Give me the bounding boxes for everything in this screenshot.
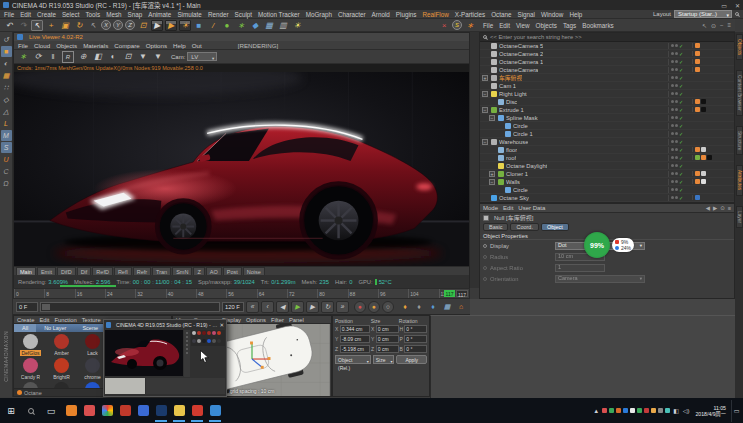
pass-tab[interactable]: Post <box>223 267 242 275</box>
volume-icon[interactable]: ◁) <box>683 407 690 414</box>
loop-button[interactable]: ↻ <box>321 301 334 313</box>
pass-tab[interactable]: DifD <box>57 267 76 275</box>
redo-button[interactable]: ↷ <box>17 20 29 31</box>
previous-key-button[interactable]: ‹ <box>261 301 274 313</box>
object-tag-icon[interactable] <box>695 155 700 160</box>
tree-item-octanecamera-5[interactable]: OctaneCamera 5 ✓ <box>480 42 734 50</box>
om-minimize-icon[interactable]: − <box>720 22 724 29</box>
menu-item[interactable]: Signal <box>517 11 535 18</box>
object-tags[interactable] <box>692 155 734 160</box>
expand-icon[interactable] <box>496 131 502 137</box>
restart-render-button[interactable]: ⟳ <box>32 51 44 63</box>
lv-menu-item[interactable]: File <box>18 42 28 49</box>
last-tool-button[interactable]: ↖ <box>87 20 99 31</box>
texture-mode[interactable]: ◐ <box>1 58 12 69</box>
generators-menu[interactable]: ● <box>221 20 233 31</box>
tree-item-warehouse[interactable]: − Warehouse ✓ <box>480 138 734 146</box>
tray-icon[interactable] <box>623 408 628 413</box>
tree-item-cloner-1[interactable]: + Cloner 1 ✓ <box>480 170 734 178</box>
expand-icon[interactable]: − <box>482 91 488 97</box>
apply-button[interactable]: Apply <box>396 355 427 364</box>
object-tag-icon[interactable] <box>701 107 706 112</box>
coordinate-system-toggle[interactable]: ⊡ <box>137 20 149 31</box>
tray-icon[interactable] <box>644 408 649 413</box>
object-tags[interactable] <box>692 147 734 152</box>
workplane-mode[interactable]: ▦ <box>1 70 12 81</box>
attribute-tab[interactable]: Coord. <box>510 223 539 231</box>
visibility-dots[interactable]: ✓ <box>668 123 692 129</box>
vp-menu-item[interactable]: Filter <box>271 317 284 323</box>
taskbar-app-explorer[interactable] <box>170 400 188 422</box>
play-button[interactable]: ▶ <box>291 301 304 313</box>
expand-icon[interactable]: + <box>482 75 488 81</box>
panel-divider[interactable] <box>470 32 479 288</box>
om-menu-item[interactable]: Bookmarks <box>582 22 614 29</box>
pass-tab[interactable]: Tran <box>152 267 171 275</box>
object-tag-icon[interactable] <box>701 99 706 104</box>
visibility-dots[interactable]: ✓ <box>668 59 692 65</box>
close-button[interactable]: ✕ <box>735 2 740 9</box>
om-target-icon[interactable]: ⊙ <box>711 22 716 29</box>
mograph-menu[interactable]: ∗ <box>235 20 247 31</box>
size-field[interactable]: 0 cm <box>376 345 399 353</box>
tree-item-disc[interactable]: Disc ✓ <box>480 98 734 106</box>
expand-icon[interactable] <box>496 123 502 129</box>
object-tag-icon[interactable] <box>695 179 700 184</box>
expand-icon[interactable] <box>482 43 488 49</box>
expand-icon[interactable] <box>489 147 495 153</box>
search-icon[interactable] <box>735 12 739 16</box>
position-field[interactable]: -8.09 cm <box>340 335 370 343</box>
keyframe-dot-icon[interactable] <box>483 244 487 248</box>
keyframe-dot-icon[interactable] <box>483 266 487 270</box>
coordinate-mode-select[interactable]: Object (Rel.)▾ <box>335 355 371 364</box>
menu-item[interactable]: RealFlow <box>422 11 448 18</box>
model-mode[interactable]: ■ <box>1 46 12 57</box>
am-track-icon[interactable]: ⊙ <box>720 205 725 211</box>
lv-menu-item[interactable]: Objects <box>56 42 77 49</box>
expand-icon[interactable] <box>482 195 488 201</box>
pass-tab[interactable]: RefD <box>92 267 113 275</box>
visibility-dots[interactable]: ✓ <box>668 83 692 89</box>
mat-menu-item[interactable]: Function <box>54 317 76 323</box>
tray-icon[interactable] <box>630 408 635 413</box>
tree-item-spline-mask[interactable]: − Spline Mask ✓ <box>480 114 734 122</box>
visibility-dots[interactable]: ✓ <box>668 163 692 169</box>
object-tag-icon[interactable] <box>701 147 706 152</box>
taskbar-app-everything[interactable] <box>62 400 80 422</box>
position-field[interactable]: 0.344 cm <box>340 325 370 333</box>
visibility-dots[interactable]: ✓ <box>668 43 692 49</box>
size-field[interactable]: 0 cm <box>376 325 399 333</box>
om-menu-item[interactable]: Tags <box>563 22 576 29</box>
tray-icon[interactable] <box>602 408 607 413</box>
object-tag-icon[interactable] <box>695 171 700 176</box>
visibility-dots[interactable]: ✓ <box>668 51 692 57</box>
lock-y-axis[interactable]: Y <box>113 20 123 30</box>
expand-icon[interactable] <box>482 67 488 73</box>
rotation-field[interactable]: 0 ° <box>404 335 427 343</box>
visibility-dots[interactable]: ✓ <box>668 139 692 145</box>
goto-start-button[interactable]: « <box>246 301 259 313</box>
side-tab[interactable]: Layer <box>736 206 743 228</box>
tree-item-octane-daylight[interactable]: Octane Daylight ✓ <box>480 162 734 170</box>
taskbar-search-button[interactable] <box>22 400 40 422</box>
magnet-tool[interactable]: U <box>1 154 12 165</box>
start-button[interactable]: ⊞ <box>2 400 20 422</box>
object-search-bar[interactable]: << Enter your search string here >> <box>480 33 734 42</box>
lv-menu-item[interactable]: Materials <box>83 42 108 49</box>
material-layer-tab[interactable]: Scene <box>74 324 106 332</box>
object-tag-icon[interactable] <box>707 155 712 160</box>
key-position-icon[interactable]: ♦ <box>399 301 411 313</box>
edges-mode[interactable]: ◇ <box>1 94 12 105</box>
expand-icon[interactable] <box>496 187 502 193</box>
expand-icon[interactable]: − <box>482 139 488 145</box>
lv-menu-item[interactable]: Compare <box>114 42 139 49</box>
render-queue-icon[interactable]: ⌂ <box>455 301 467 313</box>
tree-item-octanecamera-1[interactable]: OctaneCamera 1 ✓ <box>480 58 734 66</box>
overlay-percent-badge[interactable]: 99% <box>584 232 610 258</box>
restore-button[interactable]: ▭ <box>721 2 727 9</box>
object-tag-icon[interactable] <box>695 99 700 104</box>
material-layer-tab[interactable]: All <box>14 324 36 332</box>
viewport-solo-mode[interactable]: M <box>1 130 12 141</box>
end-frame-field[interactable]: 120 F <box>222 302 244 312</box>
mesh-check-tool[interactable]: C <box>1 166 12 177</box>
